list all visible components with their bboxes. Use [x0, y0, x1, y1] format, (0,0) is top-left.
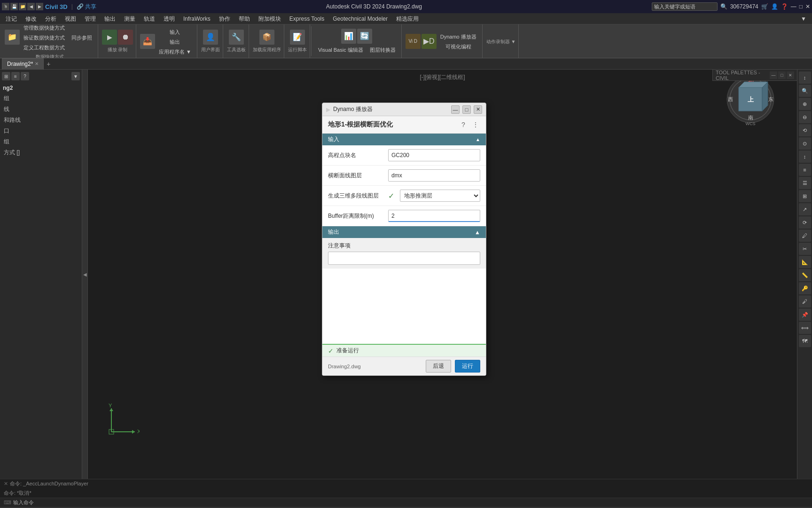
- app-icon-4[interactable]: ◀: [27, 3, 35, 10]
- record-icon[interactable]: ⏺: [118, 30, 133, 45]
- menu-collaborate[interactable]: 协作: [215, 13, 234, 24]
- app-icon-2[interactable]: 💾: [10, 3, 18, 10]
- menu-survey[interactable]: 测量: [120, 13, 139, 24]
- palette-min-btn[interactable]: —: [770, 71, 777, 79]
- dynamo-player-icon[interactable]: ▶D: [422, 34, 437, 49]
- dynamo-visual-btn[interactable]: 可视化编程: [437, 41, 479, 51]
- cancel-button[interactable]: 后退: [426, 360, 451, 373]
- panel-item-4[interactable]: 口: [0, 126, 82, 136]
- menu-express[interactable]: Express Tools: [286, 13, 328, 24]
- import-btn[interactable]: 输入: [156, 27, 194, 36]
- search-input[interactable]: [652, 2, 718, 11]
- menu-addons[interactable]: 附加模块: [255, 13, 285, 24]
- menu-annotate[interactable]: 注记: [2, 13, 21, 24]
- appname-btn[interactable]: 应用程序名 ▼: [156, 47, 194, 56]
- palette-close-btn[interactable]: ✕: [787, 71, 794, 79]
- generate-3d-check[interactable]: ✓: [388, 191, 394, 200]
- rt-btn-17[interactable]: 🔑: [799, 282, 811, 294]
- panel-collapse-btn[interactable]: ▼: [71, 72, 80, 80]
- user-interface-icon[interactable]: 👤: [203, 30, 218, 45]
- rt-btn-8[interactable]: ≡: [799, 164, 811, 176]
- menu-more[interactable]: ▼: [797, 13, 810, 24]
- vb-btn[interactable]: Visual Basic 编辑器: [315, 45, 366, 54]
- menu-view[interactable]: 视图: [61, 13, 80, 24]
- app-icon-3[interactable]: 📁: [19, 3, 26, 10]
- play-icon[interactable]: ▶: [102, 30, 117, 45]
- tab-drawing2-close[interactable]: ✕: [35, 58, 39, 70]
- shared-icon[interactable]: 🔗 共享: [77, 3, 96, 11]
- dialog-max-btn[interactable]: □: [462, 105, 471, 114]
- close-btn[interactable]: ✕: [805, 3, 810, 10]
- rt-btn-14[interactable]: ✂: [799, 243, 811, 255]
- layer-convert-btn[interactable]: 图层转换器: [367, 45, 398, 54]
- rt-btn-12[interactable]: ⟳: [799, 216, 811, 229]
- shortcut-validate-btn[interactable]: 验证数据快捷方式: [21, 32, 68, 42]
- rt-btn-9[interactable]: ☰: [799, 177, 811, 189]
- run-button[interactable]: 运行: [455, 360, 480, 373]
- panel-item-3[interactable]: 和路线: [0, 115, 82, 126]
- rt-btn-15[interactable]: 📐: [799, 256, 811, 268]
- menu-infraworks[interactable]: InfraWorks: [180, 13, 214, 24]
- dynamo-player-btn[interactable]: Dynamo 播放器: [437, 32, 479, 41]
- rt-btn-11[interactable]: ↗: [799, 203, 811, 215]
- vb-icon[interactable]: 📊: [341, 29, 356, 44]
- input-section-header[interactable]: 输入 ▲: [322, 134, 486, 145]
- app-icon-5[interactable]: ▶: [36, 3, 43, 10]
- panel-icon-1[interactable]: ⊞: [2, 72, 10, 80]
- import-icon[interactable]: 📥: [140, 34, 155, 49]
- new-shortcut-icon[interactable]: 📁: [5, 30, 20, 45]
- export-btn[interactable]: 输出: [156, 37, 194, 46]
- add-tab-btn[interactable]: +: [44, 59, 53, 69]
- sync-ref-btn[interactable]: 同步参照: [69, 32, 95, 42]
- generate-3d-select[interactable]: 地形推测层: [400, 190, 480, 202]
- panel-icon-2[interactable]: ≡: [11, 72, 20, 80]
- menu-analyze[interactable]: 分析: [41, 13, 60, 24]
- minimize-btn[interactable]: —: [791, 3, 796, 10]
- buffer-input[interactable]: [388, 210, 480, 222]
- dialog-close-btn[interactable]: ✕: [474, 105, 482, 114]
- panel-icon-3[interactable]: ?: [21, 72, 29, 80]
- tab-drawing2[interactable]: Drawing2* ✕: [2, 58, 44, 70]
- menu-geo[interactable]: Geotechnical Modeler: [329, 13, 391, 24]
- tool-palette-icon[interactable]: 🔧: [229, 30, 244, 45]
- user-icon[interactable]: 👤: [771, 3, 778, 10]
- help-icon[interactable]: ❓: [781, 3, 788, 10]
- rt-btn-5[interactable]: ⟲: [799, 124, 811, 136]
- panel-item-6[interactable]: 方式 []: [0, 147, 82, 158]
- menu-modify[interactable]: 修改: [22, 13, 40, 24]
- panel-item-2[interactable]: 线: [0, 104, 82, 115]
- output-section-header[interactable]: 输出 ▲: [322, 226, 486, 238]
- menu-orbit[interactable]: 轨道: [140, 13, 159, 24]
- dialog-min-btn[interactable]: —: [451, 105, 460, 114]
- shortcut-manage-btn[interactable]: 管理数据快捷方式: [21, 24, 68, 32]
- close-command-icon[interactable]: ✕: [4, 481, 8, 487]
- rt-btn-16[interactable]: 📏: [799, 269, 811, 281]
- rt-btn-21[interactable]: 🗺: [799, 335, 811, 347]
- rt-btn-20[interactable]: ⟺: [799, 322, 811, 334]
- menu-featured[interactable]: 精选应用: [392, 13, 422, 24]
- elevation-input[interactable]: [388, 149, 480, 161]
- rt-btn-18[interactable]: 🖋: [799, 295, 811, 308]
- load-app-icon[interactable]: 📦: [259, 30, 274, 45]
- app-icon-1[interactable]: 🖱: [2, 3, 9, 10]
- run-script-icon[interactable]: 📝: [290, 30, 305, 45]
- help-dialog-icon[interactable]: ?: [459, 120, 468, 129]
- rt-btn-13[interactable]: 🖊: [799, 230, 811, 242]
- rt-btn-7[interactable]: ↕: [799, 151, 811, 163]
- rt-btn-2[interactable]: 🔍: [799, 85, 811, 97]
- panel-item-5[interactable]: 组: [0, 136, 82, 147]
- shortcut-define-btn[interactable]: 定义工程数据方式: [21, 42, 68, 52]
- menu-output[interactable]: 输出: [101, 13, 119, 24]
- menu-manage[interactable]: 管理: [81, 13, 100, 24]
- maximize-btn[interactable]: □: [799, 3, 803, 10]
- cart-icon[interactable]: 🛒: [761, 3, 768, 10]
- rt-btn-19[interactable]: 📌: [799, 309, 811, 321]
- cross-section-input[interactable]: [388, 169, 480, 182]
- rt-btn-6[interactable]: ⊙: [799, 137, 811, 150]
- menu-transparent[interactable]: 透明: [160, 13, 179, 24]
- layer-convert-icon[interactable]: 🔄: [357, 29, 372, 44]
- rt-btn-10[interactable]: ⊞: [799, 190, 811, 202]
- menu-help[interactable]: 帮助: [235, 13, 254, 24]
- rt-btn-3[interactable]: ⊕: [799, 98, 811, 110]
- command-input[interactable]: [13, 500, 808, 506]
